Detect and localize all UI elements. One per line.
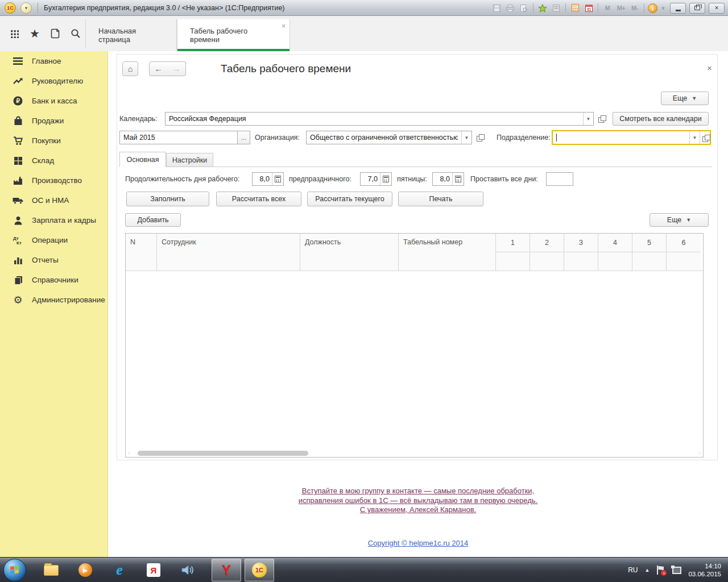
col-number[interactable]: Табельный номер <box>399 234 496 271</box>
sidebar-item-directories[interactable]: Справочники <box>0 270 107 290</box>
search-icon[interactable] <box>69 27 82 40</box>
sidebar-item-reports[interactable]: Отчеты <box>0 250 107 270</box>
history-icon[interactable] <box>49 27 61 40</box>
col-day-4[interactable]: 4 <box>598 234 632 271</box>
calendar-field[interactable]: ▼ <box>165 112 594 126</box>
promo-link-line-3[interactable]: С уважением, Алексей Карманов. <box>108 505 728 515</box>
save-icon[interactable] <box>491 3 502 13</box>
form-tab-settings[interactable]: Настройки <box>166 153 213 167</box>
horizontal-scrollbar[interactable]: ‹ › <box>126 450 702 456</box>
preholiday-calc-icon[interactable] <box>380 173 391 185</box>
organization-field[interactable]: ▼ <box>306 131 472 144</box>
form-tab-main[interactable]: Основная <box>119 152 166 167</box>
tab-start-page[interactable]: Начальная страница <box>86 19 177 51</box>
set-all-days-input[interactable] <box>547 173 573 185</box>
action-center-flag-icon[interactable]: × <box>656 566 664 575</box>
friday-input[interactable] <box>433 173 452 185</box>
col-n[interactable]: N <box>126 234 157 271</box>
back-button[interactable]: ← <box>149 61 168 76</box>
col-day-2[interactable]: 2 <box>530 234 564 271</box>
sidebar-item-production[interactable]: Производство <box>0 171 107 190</box>
taskbar-media-player-icon[interactable]: ▶ <box>72 559 99 581</box>
department-field[interactable]: ▼ <box>552 130 711 145</box>
menu-grid-icon[interactable] <box>8 27 20 40</box>
print-icon[interactable] <box>504 3 516 13</box>
form-close-icon[interactable]: × <box>707 64 712 72</box>
sidebar-item-main[interactable]: Главное <box>0 51 107 71</box>
sidebar-item-administration[interactable]: ⚙ Администрирование <box>0 290 107 310</box>
calendar-dropdown-icon[interactable]: ▼ <box>583 113 593 125</box>
memory-m-minus-button[interactable]: M- <box>629 3 640 13</box>
favorites-icon[interactable]: ★ <box>28 27 41 40</box>
memory-m-plus-button[interactable]: M+ <box>615 3 627 13</box>
fill-button[interactable]: Заполнить <box>126 192 209 206</box>
minimize-button[interactable] <box>670 3 686 14</box>
period-field[interactable] <box>119 131 238 144</box>
period-more-button[interactable]: ... <box>238 131 250 144</box>
organization-dropdown-icon[interactable]: ▼ <box>461 131 471 144</box>
start-button[interactable] <box>3 559 26 581</box>
taskbar-volume-icon[interactable] <box>174 559 201 581</box>
language-indicator[interactable]: RU <box>628 566 638 574</box>
calendar-choose-icon[interactable] <box>597 114 606 123</box>
sidebar-item-operations[interactable]: ДтКт Операции <box>0 230 107 250</box>
calculate-current-button[interactable]: Рассчитать текущего <box>307 192 392 206</box>
calculate-all-button[interactable]: Рассчитать всех <box>216 192 301 206</box>
sidebar-item-sales[interactable]: Продажи <box>0 111 107 131</box>
sidebar-item-salary-hr[interactable]: Зарплата и кадры <box>0 210 107 230</box>
calendar-input[interactable] <box>166 113 583 125</box>
col-employee[interactable]: Сотрудник <box>157 234 300 271</box>
period-input[interactable] <box>120 131 237 144</box>
calculator-icon[interactable] <box>569 3 581 13</box>
view-all-calendars-button[interactable]: Смотреть все календари <box>613 112 709 126</box>
network-icon[interactable] <box>671 566 681 575</box>
sidebar-item-warehouse[interactable]: Склад <box>0 151 107 171</box>
organization-input[interactable] <box>307 131 461 144</box>
taskbar-explorer-icon[interactable] <box>38 559 65 581</box>
home-button[interactable]: ⌂ <box>122 61 138 76</box>
info-caret-icon[interactable]: ▾ <box>660 3 667 13</box>
forward-button[interactable]: → <box>167 61 186 76</box>
promo-link-line-2[interactable]: исправления ошибок в 1С — всё выкладываю… <box>108 496 728 506</box>
more-button-table[interactable]: Еще▼ <box>650 213 709 227</box>
tray-expand-icon[interactable]: ▲ <box>645 567 650 573</box>
copyright-link[interactable]: Copyright © helpme1c.ru 2014 <box>368 539 469 547</box>
col-day-1[interactable]: 1 <box>496 234 530 271</box>
scroll-left-icon[interactable]: ‹ <box>126 451 132 456</box>
taskbar-clock[interactable]: 14:10 03.06.2015 <box>688 562 721 578</box>
table-body-empty[interactable] <box>126 271 703 452</box>
sidebar-item-fixed-assets[interactable]: ОС и НМА <box>0 190 107 210</box>
close-button[interactable]: × <box>709 3 725 14</box>
scrollbar-thumb[interactable] <box>138 451 308 456</box>
col-day-6[interactable]: 6 <box>667 234 701 271</box>
preholiday-input[interactable] <box>361 173 380 185</box>
day-length-calc-icon[interactable] <box>272 173 283 185</box>
info-icon[interactable]: i <box>648 3 657 13</box>
more-button-top[interactable]: Еще▼ <box>661 92 709 105</box>
preview-icon[interactable] <box>518 3 530 13</box>
day-length-input[interactable] <box>253 173 272 185</box>
department-dropdown-icon[interactable]: ▼ <box>689 131 700 144</box>
department-choose-icon[interactable] <box>700 131 710 144</box>
system-menu-button[interactable]: ▾ <box>20 2 32 14</box>
sidebar-item-purchases[interactable]: Покупки <box>0 131 107 151</box>
set-all-days-field[interactable] <box>546 172 573 186</box>
col-day-5[interactable]: 5 <box>632 234 667 271</box>
calendar-icon[interactable]: 31 <box>583 3 594 13</box>
restore-button[interactable] <box>689 3 705 14</box>
history-doc-icon[interactable] <box>551 3 562 13</box>
sidebar-item-manager[interactable]: Руководителю <box>0 71 107 91</box>
scroll-right-icon[interactable]: › <box>697 451 702 456</box>
department-input[interactable] <box>557 131 689 144</box>
taskbar-yandex-browser-icon[interactable]: Y <box>212 559 241 581</box>
organization-choose-icon[interactable] <box>475 133 485 142</box>
tab-timesheet[interactable]: Табель рабочего времени × <box>177 19 290 51</box>
col-position[interactable]: Должность <box>300 234 399 271</box>
add-button[interactable]: Добавить <box>125 213 181 227</box>
taskbar-yandex-icon[interactable]: Я <box>140 559 167 581</box>
memory-m-button[interactable]: M <box>602 3 613 13</box>
tab-close-icon[interactable]: × <box>282 23 286 30</box>
taskbar-internet-explorer-icon[interactable]: e <box>106 559 133 581</box>
sidebar-item-bank-cash[interactable]: ₽ Банк и касса <box>0 91 107 111</box>
app-1c-icon[interactable]: 1С <box>5 2 16 14</box>
